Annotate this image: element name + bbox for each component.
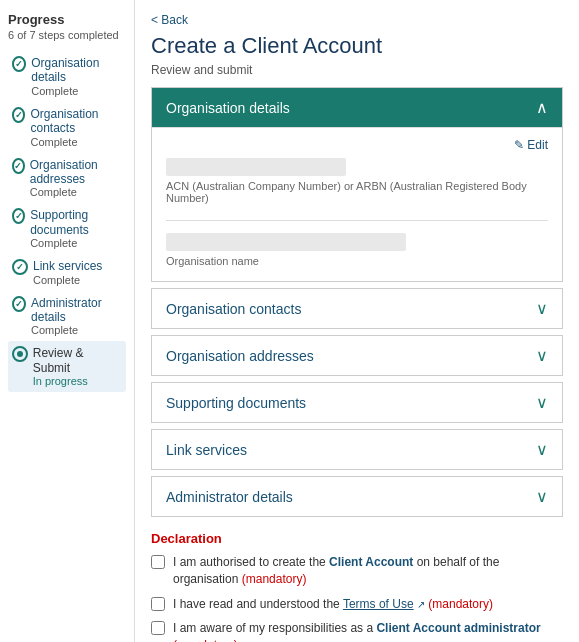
chevron-up-icon: ∧ bbox=[536, 98, 548, 117]
sidebar-item-label: Organisation contacts bbox=[30, 107, 122, 136]
chevron-down-icon: ∨ bbox=[536, 440, 548, 459]
acn-value bbox=[166, 158, 346, 176]
sidebar-item-supporting-documents[interactable]: ✓ Supporting documents Complete bbox=[8, 203, 126, 254]
page-title: Create a Client Account bbox=[151, 33, 563, 59]
sidebar-title: Progress bbox=[8, 12, 126, 27]
sidebar-item-organisation-details[interactable]: ✓ Organisation details Complete bbox=[8, 51, 126, 102]
sidebar-subtitle: 6 of 7 steps completed bbox=[8, 29, 126, 41]
accordion-title-admin-details: Administrator details bbox=[166, 489, 293, 505]
sidebar-item-label: Review & Submit bbox=[33, 346, 122, 375]
check-circle-icon: ✓ bbox=[12, 208, 25, 224]
chevron-down-icon: ∨ bbox=[536, 299, 548, 318]
highlight: Client Account administrator bbox=[376, 621, 540, 635]
check-circle-icon: ✓ bbox=[12, 107, 25, 123]
accordion-org-addresses: Organisation addresses ∨ bbox=[151, 335, 563, 376]
accordion-org-details: Organisation details ∧ ✎ Edit ACN (Austr… bbox=[151, 87, 563, 282]
declaration-checkbox-decl3[interactable] bbox=[151, 621, 165, 635]
accordion-title-link-services: Link services bbox=[166, 442, 247, 458]
edit-label: Edit bbox=[527, 138, 548, 152]
edit-link[interactable]: ✎ Edit bbox=[514, 138, 548, 152]
chevron-down-icon: ∨ bbox=[536, 346, 548, 365]
highlight: Client Account bbox=[329, 555, 413, 569]
declaration-checkbox-decl2[interactable] bbox=[151, 597, 165, 611]
accordion-org-contacts: Organisation contacts ∨ bbox=[151, 288, 563, 329]
chevron-down-icon: ∨ bbox=[536, 393, 548, 412]
check-circle-icon: ✓ bbox=[12, 259, 28, 275]
main-content: < Back Create a Client Account Review an… bbox=[135, 0, 579, 642]
mandatory-label: (mandatory) bbox=[242, 572, 307, 586]
sidebar-item-label: Organisation addresses bbox=[30, 158, 122, 187]
sidebar-item-label: Organisation details bbox=[31, 56, 122, 85]
accordion-title-org-details: Organisation details bbox=[166, 100, 290, 116]
sidebar-item-organisation-addresses[interactable]: ✓ Organisation addresses Complete bbox=[8, 153, 126, 204]
org-name-value bbox=[166, 233, 406, 251]
sidebar: Progress 6 of 7 steps completed ✓ Organi… bbox=[0, 0, 135, 642]
sidebar-item-status: Complete bbox=[30, 237, 122, 249]
sidebar-item-status: Complete bbox=[31, 85, 122, 97]
declaration-item-decl2: I have read and understood the Terms of … bbox=[151, 596, 563, 613]
edit-icon: ✎ bbox=[514, 138, 524, 152]
sidebar-item-label: Link services bbox=[33, 259, 102, 273]
accordion-header-org-contacts[interactable]: Organisation contacts ∨ bbox=[152, 289, 562, 328]
acn-label: ACN (Australian Company Number) or ARBN … bbox=[166, 180, 548, 204]
sidebar-item-status: Complete bbox=[33, 274, 102, 286]
chevron-down-icon: ∨ bbox=[536, 487, 548, 506]
declaration-text-decl1: I am authorised to create the Client Acc… bbox=[173, 554, 563, 588]
accordion-title-org-contacts: Organisation contacts bbox=[166, 301, 301, 317]
sidebar-item-administrator-details[interactable]: ✓ Administrator details Complete bbox=[8, 291, 126, 342]
sidebar-item-status: Complete bbox=[30, 136, 122, 148]
accordion-supporting-docs: Supporting documents ∨ bbox=[151, 382, 563, 423]
sidebar-item-status: Complete bbox=[30, 186, 122, 198]
accordion-header-admin-details[interactable]: Administrator details ∨ bbox=[152, 477, 562, 516]
sidebar-item-review-submit[interactable]: Review & Submit In progress bbox=[8, 341, 126, 392]
sidebar-item-link-services[interactable]: ✓ Link services Complete bbox=[8, 254, 126, 290]
sidebar-item-label: Supporting documents bbox=[30, 208, 122, 237]
back-link[interactable]: < Back bbox=[151, 13, 188, 27]
declaration-item-decl1: I am authorised to create the Client Acc… bbox=[151, 554, 563, 588]
sidebar-item-label: Administrator details bbox=[31, 296, 122, 325]
declaration-text-decl2: I have read and understood the Terms of … bbox=[173, 596, 493, 613]
check-circle-icon: ✓ bbox=[12, 56, 26, 72]
accordion-header-org-details[interactable]: Organisation details ∧ bbox=[152, 88, 562, 127]
declaration-checkbox-decl1[interactable] bbox=[151, 555, 165, 569]
accordion-header-link-services[interactable]: Link services ∨ bbox=[152, 430, 562, 469]
accordion-link-services: Link services ∨ bbox=[151, 429, 563, 470]
accordion-header-org-addresses[interactable]: Organisation addresses ∨ bbox=[152, 336, 562, 375]
org-name-label: Organisation name bbox=[166, 255, 548, 267]
accordion-admin-details: Administrator details ∨ bbox=[151, 476, 563, 517]
declaration-section: Declaration I am authorised to create th… bbox=[151, 531, 563, 642]
mandatory-label: (mandatory) bbox=[428, 597, 493, 611]
page-subtitle: Review and submit bbox=[151, 63, 563, 77]
accordion-header-supporting-docs[interactable]: Supporting documents ∨ bbox=[152, 383, 562, 422]
check-circle-icon: ✓ bbox=[12, 158, 25, 174]
accordion-body-org-details: ✎ Edit ACN (Australian Company Number) o… bbox=[152, 127, 562, 281]
external-link-icon: ↗ bbox=[417, 599, 425, 610]
terms-of-use-link[interactable]: Terms of Use bbox=[343, 597, 414, 611]
declaration-item-decl3: I am aware of my responsibilities as a C… bbox=[151, 620, 563, 642]
sidebar-item-status: Complete bbox=[31, 324, 122, 336]
accordion-title-org-addresses: Organisation addresses bbox=[166, 348, 314, 364]
declaration-text-decl3: I am aware of my responsibilities as a C… bbox=[173, 620, 563, 642]
sidebar-item-status: In progress bbox=[33, 375, 122, 387]
declaration-title: Declaration bbox=[151, 531, 563, 546]
sidebar-item-organisation-contacts[interactable]: ✓ Organisation contacts Complete bbox=[8, 102, 126, 153]
check-circle-icon: ✓ bbox=[12, 296, 26, 312]
mandatory-label: (mandatory) bbox=[173, 638, 238, 642]
dot-circle-icon bbox=[12, 346, 28, 362]
accordion-title-supporting-docs: Supporting documents bbox=[166, 395, 306, 411]
